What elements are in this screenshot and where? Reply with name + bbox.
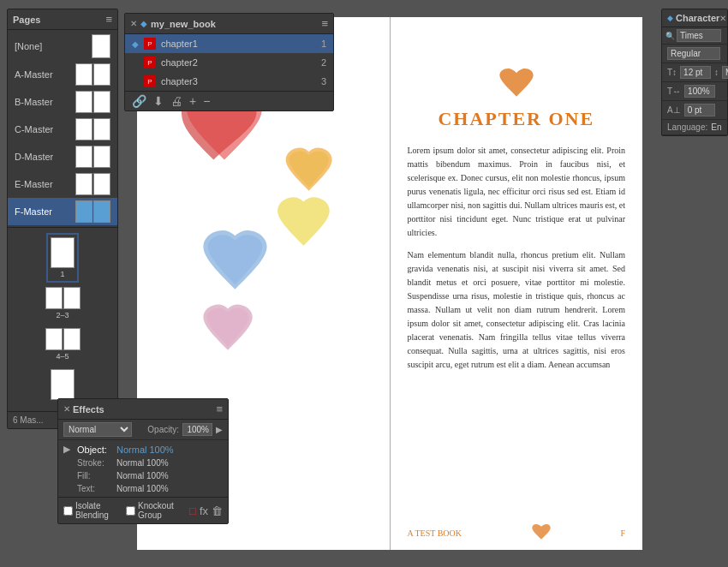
chapter3-icon: P xyxy=(144,75,156,87)
pages-masters-list: [None] A-Master B-Master C-Master D-Mast… xyxy=(8,30,117,227)
char-language-label: Language: xyxy=(667,122,707,132)
effects-footer: Isolate Blending Knockout Group □ fx 🗑 xyxy=(58,497,228,523)
chapter-title: CHAPTER ONE xyxy=(408,108,626,130)
character-panel-header: ◆ Character ✕ xyxy=(662,9,727,27)
book-row-chapter2[interactable]: ◆ P chapter2 2 xyxy=(125,53,333,72)
thumb-page-2-3[interactable]: 2–3 xyxy=(43,284,83,322)
effects-panel: ✕ Effects ≡ Normal Multiply Screen Opaci… xyxy=(57,398,229,524)
thumb-page-1[interactable]: 1 xyxy=(48,235,77,281)
chapter-icon xyxy=(408,69,626,101)
book-add-icon[interactable]: + xyxy=(189,94,196,108)
book-chapters-list: ◆ P chapter1 1 ◆ P chapter2 2 ◆ P chapte… xyxy=(125,34,333,91)
pages-item-f-master[interactable]: F-Master xyxy=(8,198,117,225)
char-size-input[interactable] xyxy=(680,66,711,79)
char-size-icon: T↕ xyxy=(667,68,677,77)
char-font-search: 🔍 xyxy=(662,27,727,45)
char-scale-row: T↔ xyxy=(662,82,727,101)
char-style-input[interactable] xyxy=(667,47,720,60)
page-footer: A TEST BOOK F xyxy=(408,524,626,541)
knockout-group-checkbox[interactable]: Knockout Group xyxy=(126,501,184,520)
char-font-input[interactable] xyxy=(677,29,721,42)
effects-panel-close[interactable]: ✕ xyxy=(63,404,70,414)
pages-item-none[interactable]: [None] xyxy=(8,32,117,61)
effects-objects-section: ▶ Object: Normal 100% Stroke: Normal 100… xyxy=(58,440,228,497)
chapter2-icon: P xyxy=(144,57,156,69)
chapter-content: CHAPTER ONE Lorem ipsum dolor sit amet, … xyxy=(408,69,626,380)
effects-blend-select[interactable]: Normal Multiply Screen xyxy=(63,422,132,437)
effects-text-row[interactable]: Text: Normal 100% xyxy=(63,482,223,495)
pages-item-d-master[interactable]: D-Master xyxy=(8,143,117,170)
chapter1-icon: P xyxy=(144,38,156,50)
char-size-row: T↕ ↕ xyxy=(662,63,727,82)
effects-fill-row[interactable]: Fill: Normal 100% xyxy=(63,469,223,482)
book-panel-header: ✕ ◆ my_new_book ≡ xyxy=(125,14,333,34)
isolate-blending-checkbox[interactable]: Isolate Blending xyxy=(63,501,121,520)
effects-blend-row: Normal Multiply Screen Opacity: ▶ xyxy=(58,420,228,440)
char-baseline-input[interactable] xyxy=(684,104,715,116)
thumb-page-4-5[interactable]: 4–5 xyxy=(43,325,83,363)
book-panel-footer: 🔗 ⬇ 🖨 + − xyxy=(125,91,333,110)
footer-page-num: F xyxy=(620,528,625,538)
pages-panel-title: Pages xyxy=(13,15,40,25)
effects-opacity-input[interactable] xyxy=(182,423,212,436)
page-right: CHAPTER ONE Lorem ipsum dolor sit amet, … xyxy=(391,17,643,550)
char-language-row: Language: En xyxy=(662,120,727,135)
effects-trash-icon[interactable]: 🗑 xyxy=(212,504,223,517)
char-metrics-input[interactable] xyxy=(722,66,728,79)
pages-panel-menu-icon[interactable]: ≡ xyxy=(105,13,112,26)
char-panel-close[interactable]: ✕ xyxy=(719,14,726,23)
effects-panel-header: ✕ Effects ≡ xyxy=(58,399,228,420)
book-minus-icon[interactable]: − xyxy=(203,94,210,108)
effects-delete-icon[interactable]: □ xyxy=(189,504,196,517)
character-panel: ◆ Character ✕ 🔍 T↕ ↕ T↔ A⊥ Language: En xyxy=(661,9,728,136)
pages-item-c-master[interactable]: C-Master xyxy=(8,116,117,143)
pages-panel-header: Pages ≡ xyxy=(8,9,117,30)
char-language-value: En xyxy=(711,122,721,132)
pages-item-e-master[interactable]: E-Master xyxy=(8,170,117,198)
pages-panel: Pages ≡ [None] A-Master B-Master C-Maste… xyxy=(7,9,118,429)
pages-item-b-master[interactable]: B-Master xyxy=(8,88,117,116)
effects-footer-icons: □ fx 🗑 xyxy=(189,504,223,517)
char-baseline-row: A⊥ xyxy=(662,101,727,120)
char-baseline-icon: A⊥ xyxy=(667,105,681,115)
knockout-group-input[interactable] xyxy=(126,506,135,516)
pages-item-a-master[interactable]: A-Master xyxy=(8,61,117,88)
chapter-text: Lorem ipsum dolor sit amet, consectetur … xyxy=(408,144,626,372)
book-row-chapter1[interactable]: ◆ P chapter1 1 xyxy=(125,34,333,53)
char-scale-input[interactable] xyxy=(684,85,715,98)
effects-opacity-label: Opacity: xyxy=(147,425,179,434)
effects-fx-icon[interactable]: fx xyxy=(200,504,208,517)
pages-thumbnails: 1 2–3 4–5 xyxy=(8,227,117,411)
book-panel-menu-icon[interactable]: ≡ xyxy=(321,17,328,30)
effects-opacity-row: Opacity: ▶ xyxy=(137,423,223,436)
char-style-row xyxy=(662,45,727,63)
char-metrics-icon: ↕ xyxy=(714,68,719,77)
effects-panel-menu[interactable]: ≡ xyxy=(216,403,223,415)
book-panel: ✕ ◆ my_new_book ≡ ◆ P chapter1 1 ◆ P cha… xyxy=(124,13,334,111)
effects-opacity-arrow[interactable]: ▶ xyxy=(216,425,223,434)
isolate-blending-input[interactable] xyxy=(63,506,73,516)
char-scale-icon: T↔ xyxy=(667,87,681,96)
effects-stroke-row[interactable]: Stroke: Normal 100% xyxy=(63,457,223,469)
book-download-icon[interactable]: ⬇ xyxy=(153,94,164,108)
book-print-icon[interactable]: 🖨 xyxy=(170,94,182,108)
footer-book-title: A TEST BOOK xyxy=(408,528,462,538)
book-row-chapter3[interactable]: ◆ P chapter3 3 xyxy=(125,72,333,91)
effects-object-row[interactable]: ▶ Object: Normal 100% xyxy=(63,442,223,457)
book-link-icon[interactable]: 🔗 xyxy=(132,94,146,108)
char-search-icon: 🔍 xyxy=(665,32,675,40)
